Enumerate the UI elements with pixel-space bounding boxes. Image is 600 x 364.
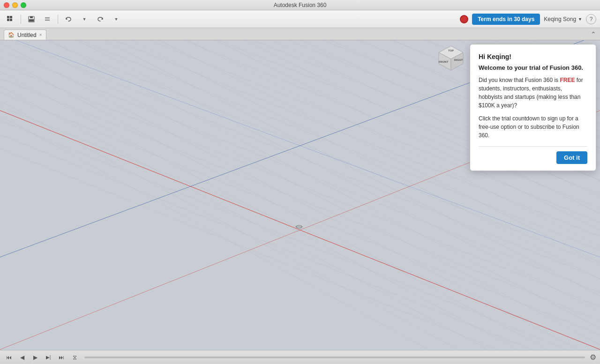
popup-body2: Click the trial countdown to sign up for… [479,114,587,140]
settings-gear-icon[interactable]: ⚙ [590,353,596,362]
svg-rect-1 [10,16,12,18]
file-menu-icon[interactable] [41,13,54,26]
svg-text:FRONT: FRONT [439,60,449,63]
undo-dropdown-icon[interactable]: ▼ [78,13,91,26]
undo-icon[interactable] [62,13,75,26]
timeline-track[interactable] [84,357,585,358]
svg-rect-6 [29,19,34,22]
svg-rect-0 [7,16,9,18]
play-button[interactable]: ▶ [30,352,40,363]
trial-button[interactable]: Term ends in 30 days [472,14,540,25]
title-bar: Autodesk Fusion 360 [0,0,600,10]
toolbar: ▼ ▼ Term ends in 30 days Keqing Song ▼ ? [0,10,600,28]
tab-home-icon: 🏠 [8,32,15,38]
help-icon: ? [590,16,593,22]
user-menu-chevron: ▼ [578,17,582,22]
toolbar-right: Term ends in 30 days Keqing Song ▼ ? [460,14,596,25]
welcome-popup: Hi Keqing! Welcome to your trial of Fusi… [470,44,596,171]
svg-rect-5 [30,16,33,18]
skip-end-button[interactable]: ⏭ [56,352,67,363]
popup-subtitle: Welcome to your trial of Fusion 360. [479,64,587,71]
grid-menu-icon[interactable] [4,13,17,26]
skip-start-button[interactable]: ⏮ [4,352,14,363]
popup-body1: Did you know that Fusion 360 is FREE for… [479,76,587,110]
view-cube[interactable]: TOP FRONT RIGHT [436,44,464,72]
record-button[interactable] [460,15,468,23]
redo-icon[interactable] [94,13,107,26]
help-button[interactable]: ? [586,14,596,24]
viewport[interactable]: TOP FRONT RIGHT Hi Keqing! Welcome to yo… [0,40,600,350]
bottom-bar: ⏮ ◀ ▶ ▶| ⏭ ⧖ ⚙ [0,350,600,364]
app-title: Autodesk Fusion 360 [274,2,327,8]
tab-bar: 🏠 Untitled × ⌃ [0,28,600,40]
popup-greeting: Hi Keqing! [479,53,587,60]
user-name: Keqing Song [544,16,576,22]
tab-bar-collapse-icon[interactable]: ⌃ [591,30,596,38]
svg-rect-3 [10,19,12,21]
tab-label: Untitled [17,32,37,38]
window-controls [4,2,26,8]
step-back-button[interactable]: ◀ [17,352,27,363]
maximize-button[interactable] [21,2,26,8]
svg-text:RIGHT: RIGHT [454,59,463,61]
redo-dropdown-icon[interactable]: ▼ [110,13,123,26]
svg-text:TOP: TOP [448,49,454,52]
filter-button[interactable]: ⧖ [69,352,80,363]
close-button[interactable] [4,2,9,8]
step-forward-button[interactable]: ▶| [43,352,53,363]
sep2 [58,15,58,24]
sep1 [21,15,21,24]
tab-close-icon[interactable]: × [39,33,42,37]
save-icon[interactable] [25,13,38,26]
minimize-button[interactable] [12,2,18,8]
tab-untitled[interactable]: 🏠 Untitled × [4,30,46,40]
got-it-button[interactable]: Got it [556,151,587,164]
popup-footer: Got it [479,146,587,164]
user-menu[interactable]: Keqing Song ▼ [544,16,582,22]
svg-rect-2 [7,19,9,21]
